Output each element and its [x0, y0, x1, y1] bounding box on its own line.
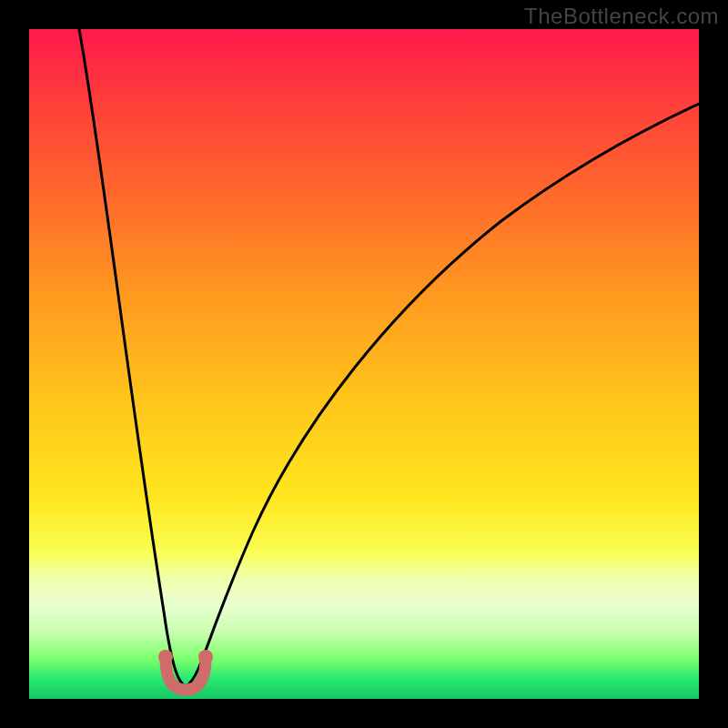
- chart-frame: TheBottleneck.com: [0, 0, 728, 728]
- minimum-marker-dot-left: [158, 650, 173, 664]
- minimum-marker-group: [158, 650, 213, 690]
- chart-svg: [29, 29, 699, 699]
- watermark-text: TheBottleneck.com: [524, 4, 719, 29]
- minimum-marker-u: [166, 659, 206, 690]
- plot-area: [29, 29, 699, 699]
- bottleneck-curve-line: [79, 29, 699, 686]
- minimum-marker-dot-right: [198, 650, 213, 664]
